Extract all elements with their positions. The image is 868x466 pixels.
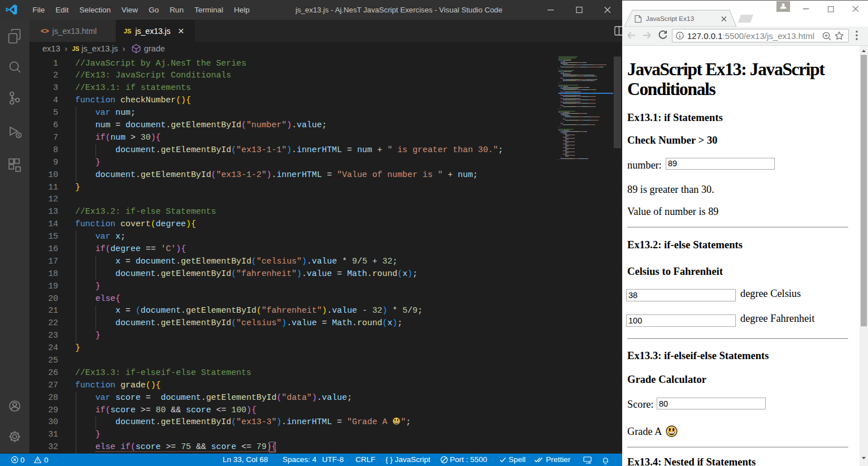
- svg-text:0: 0: [20, 456, 25, 464]
- svg-text:0: 0: [44, 456, 49, 464]
- svg-text:JavaScript Ex13: JavaScript Ex13: [646, 15, 695, 23]
